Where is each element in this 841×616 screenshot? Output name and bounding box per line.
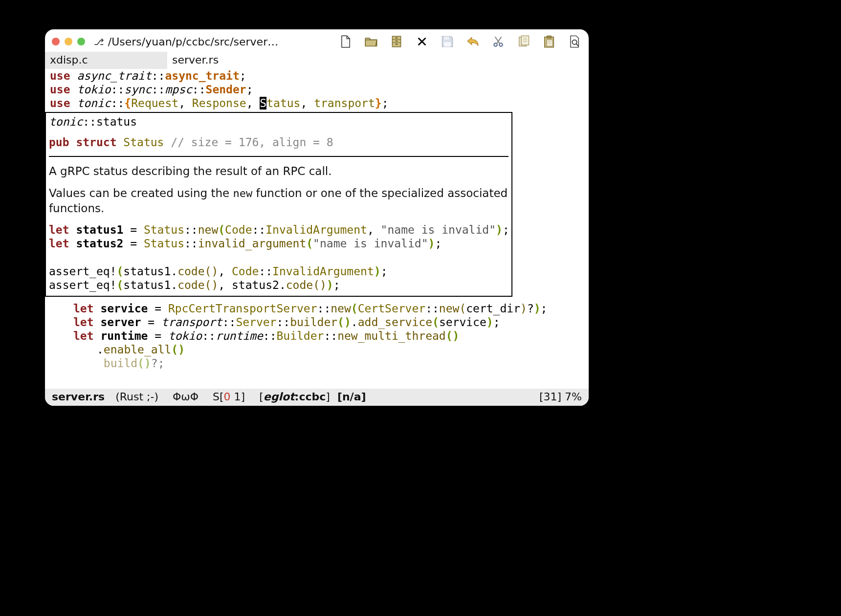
code-line[interactable]: use async_trait::async_trait; xyxy=(45,69,589,83)
minimize-window-button[interactable] xyxy=(65,38,72,45)
modeline-na: [n/a] xyxy=(337,391,366,403)
hover-doc-paragraph: Values can be created using the new func… xyxy=(49,186,509,216)
svg-rect-4 xyxy=(396,41,398,42)
hover-doc-body: A gRPC status describing the result of a… xyxy=(49,164,509,216)
svg-rect-3 xyxy=(396,37,398,38)
paste-clipboard-icon[interactable] xyxy=(542,34,556,49)
file-cabinet-icon[interactable] xyxy=(389,34,404,49)
code-line[interactable]: let runtime = tokio::runtime::Builder::n… xyxy=(45,329,589,343)
toolbar xyxy=(338,34,582,49)
open-folder-icon[interactable] xyxy=(364,34,378,49)
tab-xdisp-c[interactable]: xdisp.c xyxy=(45,52,167,69)
titlebar: ⎇ /Users/yuan/p/ccbc/src/server… xyxy=(45,29,589,52)
close-x-icon[interactable] xyxy=(415,34,429,49)
vcs-branch-icon: ⎇ xyxy=(94,37,104,47)
modeline-filename: server.rs xyxy=(52,391,105,403)
hover-doc-module: tonic::status xyxy=(49,115,509,129)
window-title-path: /Users/yuan/p/ccbc/src/server… xyxy=(108,36,278,48)
modeline-major-mode: (Rust ;-) xyxy=(115,391,158,403)
diagnostics-badge[interactable]: S[0 1] xyxy=(213,391,245,403)
hover-doc-example: let status1 = Status::new(Code::InvalidA… xyxy=(49,223,509,291)
modeline-position: [31] 7% xyxy=(539,391,582,403)
svg-rect-6 xyxy=(444,37,449,40)
undo-icon[interactable] xyxy=(465,34,480,49)
code-line[interactable]: let service = RpcCertTransportServer::ne… xyxy=(45,302,589,315)
flycheck-indicator: ΦωΦ xyxy=(173,391,199,403)
save-floppy-icon[interactable] xyxy=(440,34,455,49)
hover-doc-signature: pub struct Status // size = 176, align =… xyxy=(49,135,509,149)
hover-doc-popup: tonic::status pub struct Status // size … xyxy=(45,112,512,296)
code-line[interactable]: .enable_all() xyxy=(45,343,589,356)
text-cursor: S xyxy=(260,97,266,110)
tab-server-rs[interactable]: server.rs xyxy=(167,52,289,69)
copy-icon[interactable] xyxy=(516,34,531,49)
close-window-button[interactable] xyxy=(52,38,60,45)
svg-rect-7 xyxy=(444,42,451,46)
code-line[interactable]: use tonic::{Request, Response, Status, t… xyxy=(45,96,589,110)
svg-rect-16 xyxy=(547,36,551,38)
code-line[interactable]: let server = transport::Server::builder(… xyxy=(45,315,589,329)
code-line[interactable]: use tokio::sync::mpsc::Sender; xyxy=(45,83,589,96)
svg-rect-5 xyxy=(396,44,398,44)
hover-doc-paragraph: A gRPC status describing the result of a… xyxy=(49,164,509,179)
new-file-icon[interactable] xyxy=(338,34,353,49)
tab-bar: xdisp.c server.rs xyxy=(45,52,589,69)
editor-window: ⎇ /Users/yuan/p/ccbc/src/server… xyxy=(45,29,589,406)
eglot-indicator[interactable]: [eglot:ccbc] xyxy=(259,391,330,403)
editor-area[interactable]: use async_trait::async_trait; use tokio:… xyxy=(45,69,589,370)
code-below[interactable]: let service = RpcCertTransportServer::ne… xyxy=(45,299,589,370)
mode-line[interactable]: server.rs (Rust ;-) ΦωΦ S[0 1] [eglot:cc… xyxy=(45,389,589,406)
svg-rect-11 xyxy=(521,36,529,45)
traffic-lights xyxy=(52,38,85,45)
cut-scissors-icon[interactable] xyxy=(491,34,506,49)
code-line[interactable]: build()?; xyxy=(45,356,589,370)
separator xyxy=(49,156,509,157)
search-page-icon[interactable] xyxy=(567,34,582,49)
maximize-window-button[interactable] xyxy=(77,38,85,45)
